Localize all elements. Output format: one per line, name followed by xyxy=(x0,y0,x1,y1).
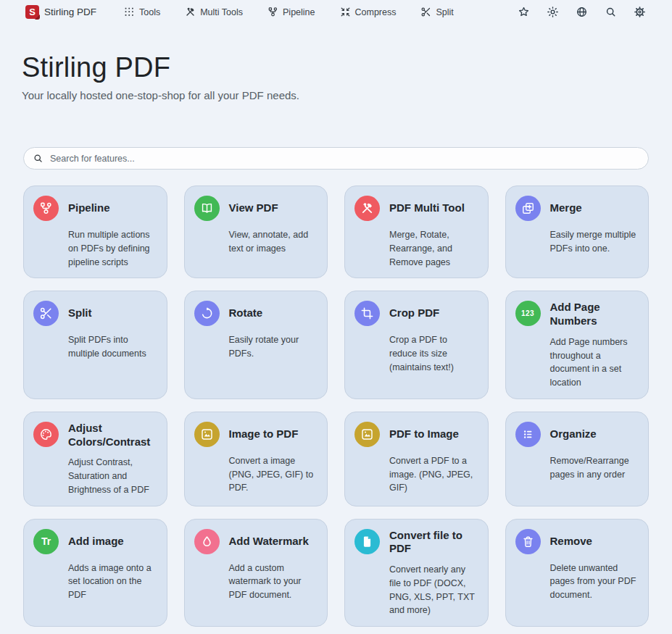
card-description: Easily rotate your PDFs. xyxy=(229,333,318,361)
nav-item-label: Split xyxy=(436,7,453,17)
nav-item-pipeline[interactable]: Pipeline xyxy=(267,7,315,17)
brand-label: Stirling PDF xyxy=(44,7,96,17)
card-description: Merge, Rotate, Rearrange, and Remove pag… xyxy=(389,228,478,269)
card-title: PDF Multi Tool xyxy=(389,201,478,215)
palette-icon xyxy=(33,422,59,447)
feature-card-split[interactable]: SplitSplit PDFs into multiple documents xyxy=(23,291,167,399)
feature-card-add-image[interactable]: TrAdd imageAdds a image onto a set locat… xyxy=(23,519,167,627)
feature-card-view-pdf[interactable]: View PDFView, annotate, add text or imag… xyxy=(184,185,328,278)
card-description: Add Page numbers throughout a document i… xyxy=(550,335,639,390)
logo-letter: S xyxy=(29,7,36,17)
search-input[interactable] xyxy=(50,154,639,164)
nav-item-split[interactable]: Split xyxy=(420,7,453,17)
page-header: Stirling PDF Your locally hosted one-sto… xyxy=(0,24,672,101)
card-description: Adjust Contrast, Saturation and Brightne… xyxy=(68,456,157,496)
card-title: Adjust Colors/Contrast xyxy=(68,422,157,449)
pipeline-icon xyxy=(267,7,278,17)
trash-icon xyxy=(515,529,541,554)
brightness-icon[interactable] xyxy=(546,6,559,19)
droplet-icon xyxy=(194,529,220,554)
feature-card-organize[interactable]: OrganizeRemove/Rearrange pages in any or… xyxy=(505,412,650,506)
feature-card-merge[interactable]: MergeEasily merge multiple PDFs into one… xyxy=(505,185,650,278)
feature-card-convert-file-to-pdf[interactable]: Convert file to PDFConvert nearly any fi… xyxy=(344,519,489,627)
split-icon xyxy=(420,7,431,17)
feature-card-crop-pdf[interactable]: Crop PDFCrop a PDF to reduce its size (m… xyxy=(344,291,489,399)
text-icon: Tr xyxy=(33,529,59,554)
multi-tools-icon xyxy=(354,196,380,221)
feature-card-pipeline[interactable]: PipelineRun multiple actions on PDFs by … xyxy=(23,185,167,278)
page-subtitle: Your locally hosted one-stop-shop for al… xyxy=(22,89,650,101)
card-title: Convert file to PDF xyxy=(389,529,478,556)
compress-icon xyxy=(340,7,351,17)
card-description: Easily merge multiple PDFs into one. xyxy=(550,228,639,256)
nav-item-compress[interactable]: Compress xyxy=(340,7,397,17)
nav-item-label: Tools xyxy=(139,7,160,17)
numbers-icon: 123 xyxy=(515,301,541,326)
page-title: Stirling PDF xyxy=(22,52,650,83)
feature-card-pdf-to-image[interactable]: PDF to ImageConvert a PDF to a image. (P… xyxy=(344,412,489,506)
feature-card-image-to-pdf[interactable]: Image to PDFConvert a image (PNG, JPEG, … xyxy=(184,412,328,506)
multi-tools-icon xyxy=(185,7,196,17)
image-icon xyxy=(354,422,380,447)
feature-card-grid: PipelineRun multiple actions on PDFs by … xyxy=(23,185,649,634)
organize-icon xyxy=(515,422,541,447)
card-title: Pipeline xyxy=(68,201,157,215)
grid-icon xyxy=(124,7,135,17)
card-description: Remove/Rearrange pages in any order xyxy=(550,454,639,482)
rotate-icon xyxy=(194,301,220,326)
settings-icon[interactable] xyxy=(633,6,646,19)
feature-card-add-watermark[interactable]: Add WatermarkAdd a custom watermark to y… xyxy=(184,519,328,627)
feature-card-remove[interactable]: RemoveDelete unwanted pages from your PD… xyxy=(505,519,650,627)
card-title: PDF to Image xyxy=(389,427,478,441)
card-description: Run multiple actions on PDFs by defining… xyxy=(68,228,157,269)
search-icon[interactable] xyxy=(604,6,617,19)
feature-card-rotate[interactable]: RotateEasily rotate your PDFs. xyxy=(184,291,328,399)
card-title: View PDF xyxy=(229,201,318,215)
card-description: Convert nearly any file to PDF (DOCX, PN… xyxy=(389,563,478,617)
merge-icon xyxy=(515,196,541,221)
search-icon xyxy=(33,153,43,164)
card-title: Organize xyxy=(550,427,639,441)
card-description: Split PDFs into multiple documents xyxy=(68,333,157,361)
card-description: Adds a image onto a set location on the … xyxy=(68,562,157,602)
globe-icon[interactable] xyxy=(575,6,588,19)
feature-search-bar[interactable] xyxy=(23,147,649,170)
feature-card-add-page-numbers[interactable]: 123Add Page NumbersAdd Page numbers thro… xyxy=(505,291,650,399)
file-icon xyxy=(354,529,380,554)
card-description: Convert a image (PNG, JPEG, GIF) to PDF. xyxy=(229,454,318,495)
nav-item-label: Multi Tools xyxy=(200,7,243,17)
split-icon xyxy=(33,301,59,326)
nav-item-label: Pipeline xyxy=(283,7,315,17)
nav-item-tools[interactable]: Tools xyxy=(124,7,160,17)
stirling-logo-icon: S xyxy=(25,5,39,19)
card-description: Add a custom watermark to your PDF docum… xyxy=(229,562,318,602)
top-navbar: S Stirling PDF ToolsMulti ToolsPipelineC… xyxy=(0,0,672,24)
nav-item-label: Compress xyxy=(355,7,397,17)
pipeline-icon xyxy=(33,196,59,221)
card-title: Remove xyxy=(550,535,639,549)
card-title: Add Watermark xyxy=(229,535,318,549)
card-title: Crop PDF xyxy=(389,306,478,320)
card-description: Delete unwanted pages from your PDF docu… xyxy=(550,562,639,602)
feature-card-pdf-multi-tool[interactable]: PDF Multi ToolMerge, Rotate, Rearrange, … xyxy=(344,185,489,278)
card-title: Add image xyxy=(68,535,157,549)
card-description: Crop a PDF to reduce its size (maintains… xyxy=(389,333,478,374)
card-title: Rotate xyxy=(229,306,318,320)
nav-item-multi-tools[interactable]: Multi Tools xyxy=(185,7,243,17)
feature-card-adjust-colors-contrast[interactable]: Adjust Colors/ContrastAdjust Contrast, S… xyxy=(23,412,167,506)
book-open-icon xyxy=(194,196,220,221)
card-title: Add Page Numbers xyxy=(550,301,639,328)
card-title: Image to PDF xyxy=(229,427,318,441)
navbar-actions xyxy=(517,6,646,19)
image-icon xyxy=(194,422,220,447)
card-description: Convert a PDF to a image. (PNG, JPEG, GI… xyxy=(389,454,478,495)
card-description: View, annotate, add text or images xyxy=(229,228,318,256)
card-title: Merge xyxy=(550,201,639,215)
navbar-menu: ToolsMulti ToolsPipelineCompressSplit xyxy=(124,7,478,17)
brand-home-link[interactable]: S Stirling PDF xyxy=(25,5,96,19)
star-icon[interactable] xyxy=(517,6,530,19)
card-title: Split xyxy=(68,306,157,320)
crop-icon xyxy=(354,301,380,326)
